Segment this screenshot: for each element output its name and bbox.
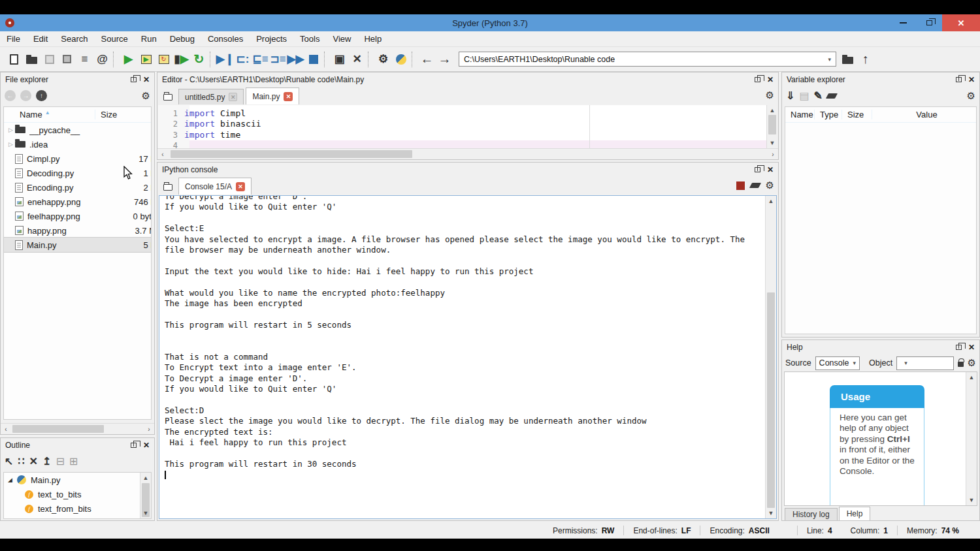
menu-search[interactable]: Search: [54, 31, 94, 47]
undock-icon[interactable]: [131, 443, 137, 448]
vscroll-thumb[interactable]: [767, 292, 775, 508]
vscroll-thumb[interactable]: [768, 115, 776, 134]
console-vscrollbar[interactable]: ▲ ▼: [765, 196, 776, 518]
group-items-icon[interactable]: ∷: [18, 455, 24, 467]
column-size[interactable]: Size: [95, 110, 151, 119]
python-path-button[interactable]: [392, 50, 410, 68]
lock-icon[interactable]: [958, 362, 964, 367]
back-button[interactable]: ←: [418, 50, 436, 68]
outline-item[interactable]: f text_to_bits: [4, 487, 151, 501]
go-to-cursor-icon[interactable]: ↖: [5, 455, 13, 467]
step-into-button[interactable]: ⊑≡: [252, 50, 269, 68]
close-tab-icon[interactable]: ✕: [236, 182, 245, 191]
follow-cursor-icon[interactable]: ↥: [42, 455, 51, 467]
scroll-up-icon[interactable]: ▲: [767, 107, 777, 114]
save-data-as-icon[interactable]: ✎: [814, 89, 823, 102]
undock-icon[interactable]: [755, 77, 760, 82]
tab-help[interactable]: Help: [839, 507, 871, 520]
outline-item[interactable]: f text_from_bits: [4, 501, 151, 516]
working-directory-combo[interactable]: C:\Users\EARTH1\Desktop\Runable code ▾: [459, 52, 836, 67]
fe-options-gear-icon[interactable]: ⚙: [142, 90, 150, 102]
open-file-button[interactable]: [23, 50, 41, 68]
fe-forward-button[interactable]: →: [20, 90, 31, 101]
file-row[interactable]: happy.png 3.7 M: [4, 223, 151, 238]
menu-consoles[interactable]: Consoles: [201, 31, 250, 47]
close-tab-icon[interactable]: ✕: [284, 92, 293, 101]
parent-directory-button[interactable]: ↑: [857, 50, 874, 68]
console-options-gear-icon[interactable]: ⚙: [766, 180, 774, 191]
expand-icon[interactable]: ▷: [7, 127, 15, 133]
ve-options-gear-icon[interactable]: ⚙: [967, 90, 975, 102]
browse-directory-button[interactable]: [839, 50, 857, 68]
rerun-cell-button[interactable]: ↻: [155, 50, 172, 68]
close-pane-icon[interactable]: ✕: [767, 166, 774, 174]
fe-parent-button[interactable]: ↑: [36, 90, 47, 101]
new-file-button[interactable]: [5, 50, 23, 68]
hscroll-thumb[interactable]: [12, 425, 104, 433]
interrupt-kernel-icon[interactable]: [736, 181, 745, 190]
close-pane-icon[interactable]: ✕: [143, 76, 150, 84]
scroll-right-icon[interactable]: ›: [768, 151, 778, 158]
stop-debug-button[interactable]: [304, 50, 322, 68]
menu-file[interactable]: File: [0, 31, 27, 47]
step-button[interactable]: ⊏:: [234, 50, 252, 68]
close-pane-icon[interactable]: ✕: [143, 441, 150, 449]
run-selection-button[interactable]: ▮▶: [172, 50, 190, 68]
object-combo[interactable]: ▾: [896, 356, 953, 370]
undock-icon[interactable]: [956, 345, 962, 350]
remove-variables-icon[interactable]: [826, 93, 838, 99]
run-cell-button[interactable]: ▶: [137, 50, 155, 68]
column-name[interactable]: Name▲: [4, 110, 95, 119]
preferences-button[interactable]: ⚙: [374, 50, 392, 68]
file-row[interactable]: feelhappy.png 0 byte: [4, 209, 151, 223]
menu-run[interactable]: Run: [135, 31, 163, 47]
scroll-up-icon[interactable]: ▲: [966, 374, 977, 381]
file-row[interactable]: Cimpl.py 17 K: [4, 151, 151, 166]
step-return-button[interactable]: ⊐≡: [269, 50, 287, 68]
find-symbols-button[interactable]: @: [93, 50, 111, 68]
file-row[interactable]: ▷ __pycache__: [4, 123, 151, 137]
editor-vscrollbar[interactable]: ▲ ▼: [766, 105, 777, 148]
file-row[interactable]: enehappy.png 746 K: [4, 195, 151, 209]
browse-tabs-button[interactable]: [160, 180, 176, 195]
menu-help[interactable]: Help: [357, 31, 388, 47]
file-row[interactable]: ▷ .idea: [4, 137, 151, 151]
column-name[interactable]: Name: [785, 110, 814, 119]
outline-item[interactable]: ◢ Main.py: [4, 473, 151, 487]
undock-icon[interactable]: [755, 167, 760, 172]
expand-section-icon[interactable]: ⊞: [69, 455, 78, 467]
menu-projects[interactable]: Projects: [250, 31, 293, 47]
save-data-icon[interactable]: ▤: [799, 89, 809, 102]
close-pane-icon[interactable]: ✕: [968, 343, 975, 351]
file-row[interactable]: Encoding.py 2 K: [4, 180, 151, 195]
scroll-left-icon[interactable]: ‹: [1, 426, 11, 433]
editor-hscrollbar[interactable]: ‹ ›: [157, 148, 778, 159]
run-file-button[interactable]: ▶: [120, 50, 137, 68]
undock-icon[interactable]: [131, 77, 137, 82]
import-data-icon[interactable]: ⇓: [786, 89, 794, 102]
scroll-right-icon[interactable]: ›: [144, 426, 154, 433]
help-options-gear-icon[interactable]: ⚙: [968, 357, 976, 369]
scroll-down-icon[interactable]: ▼: [766, 510, 776, 516]
close-pane-icon[interactable]: ✕: [767, 76, 774, 84]
close-tab-icon[interactable]: ✕: [229, 93, 237, 101]
outline-item[interactable]: f int2bytes: [4, 516, 151, 519]
console-output[interactable]: To Decrypt a image enter 'D'. If you wou…: [159, 195, 777, 519]
column-type[interactable]: Type: [814, 110, 841, 119]
clear-console-icon[interactable]: [749, 183, 760, 188]
file-switcher-button[interactable]: ≡: [76, 50, 93, 68]
scroll-down-icon[interactable]: ▼: [767, 140, 777, 146]
tab-main-py[interactable]: Main.py ✕: [246, 87, 299, 104]
collapse-icon[interactable]: ◢: [8, 477, 17, 483]
undock-icon[interactable]: [956, 77, 962, 82]
debug-file-button[interactable]: ▶❙: [216, 50, 234, 68]
scroll-up-icon[interactable]: ▲: [766, 198, 776, 204]
column-value[interactable]: Value: [872, 110, 976, 119]
outline-vscrollbar[interactable]: ▲ ▼: [140, 473, 151, 518]
code-editor[interactable]: 1 import Cimpl 2 import binascii 3 impor…: [158, 105, 777, 148]
tab-untitled5[interactable]: untitled5.py ✕: [178, 89, 244, 104]
forward-button[interactable]: →: [436, 50, 453, 68]
collapse-section-icon[interactable]: ⊟: [56, 455, 64, 467]
menu-debug[interactable]: Debug: [163, 31, 201, 47]
fe-back-button[interactable]: ←: [5, 90, 16, 101]
